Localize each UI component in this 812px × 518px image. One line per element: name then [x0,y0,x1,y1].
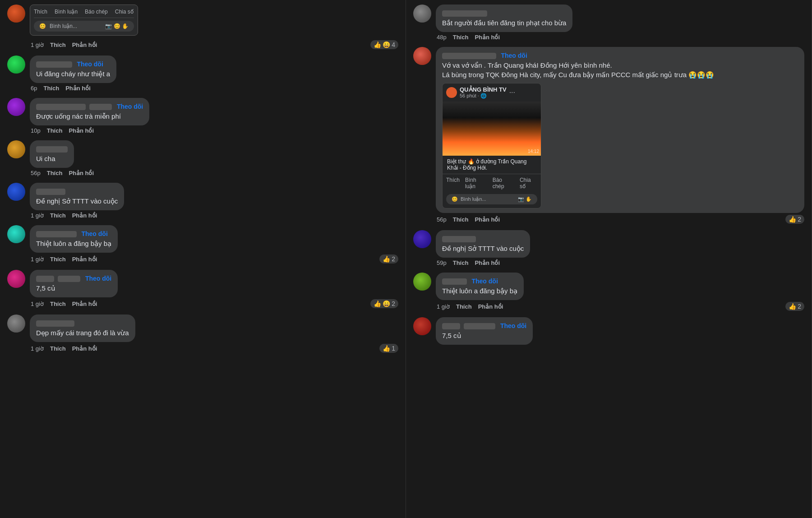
left-column: Thích Bình luận Báo chép Chia số 😊 Bình … [0,0,406,518]
comment-input[interactable]: 😊 Bình luận... 📷 😊 ✋ [34,21,134,32]
thich-action[interactable]: Thích [43,85,59,92]
theo-doi-button[interactable]: Theo dõi [471,278,498,285]
comment-time: 59p [437,259,447,266]
sc-comment-input[interactable]: 😊 Bình luận... 📷 ✋ [446,194,537,204]
sc-time: 14:12 [528,149,539,154]
theo-doi-button[interactable]: Theo dõi [117,103,143,110]
thich-action[interactable]: Thích [453,216,469,223]
reaction-badge: 👍 😄 4 [370,40,398,49]
reaction-number: 4 [392,41,395,48]
comment-time: 1 giờ [31,212,44,219]
comment-lc4: Ui cha 56p Thích Phản hồi [7,140,398,176]
phan-hoi-action[interactable]: Phản hồi [69,127,94,134]
comment-time: 1 giờ [31,345,44,352]
avatar [7,225,25,243]
phan-hoi-action[interactable]: Phản hồi [69,170,94,176]
phan-hoi-action[interactable]: Phản hồi [72,212,97,219]
reaction-number: 2 [798,216,801,223]
comment-header [442,9,566,17]
comment-text: 7,5 củ [36,283,111,293]
comment-header: Theo dõi [442,322,526,330]
comment-bubble: Bắt người đầu tiên đăng tin phạt cho bừa [436,5,572,32]
comment-content: Theo dõi 7,5 củ [436,317,804,345]
like-icon: 👍 [789,216,796,223]
sc-bao-chep: Báo chép [493,177,514,190]
comment-lc5: Đề nghị Sở TTTT vào cuộc 1 giờ Thích Phả… [7,183,398,219]
like-icon: 👍 [374,41,381,48]
reaction-badge: 👍 😄 2 [370,299,398,308]
theo-doi-button[interactable]: Theo dõi [85,275,111,282]
embedded-screenshot: QUẢNG BÌNH TV 56 phút · 🌐 ··· 14:12 Biệt… [442,83,541,208]
reaction-count: 👍 2 [379,254,398,264]
phan-hoi-action[interactable]: Phản hồi [475,259,500,266]
theo-doi-button[interactable]: Theo dõi [77,60,103,68]
phan-hoi-action[interactable]: Phản hồi [475,34,500,41]
theo-doi-button[interactable]: Theo dõi [500,322,526,329]
comment-rc2: Theo dõi Vớ va vớ vẩn . Trần Quang kháI … [413,47,804,224]
thich-action[interactable]: Thích [456,303,472,310]
thich-action[interactable]: Thích [50,345,66,352]
phan-hoi-action[interactable]: Phản hồi [475,216,500,223]
thich-action[interactable]: Thích [47,170,63,176]
comment-content: Bắt người đầu tiên đăng tin phạt cho bừa… [436,5,804,41]
username-blurred [36,146,68,153]
thich-action[interactable]: Thích [50,301,66,307]
comment-text: Dẹp mấy cái trang đó đi là vừa [36,328,129,338]
theo-doi-button[interactable]: Theo dõi [81,230,107,237]
comment-content: Thích Bình luận Báo chép Chia số 😊 Bình … [30,5,398,49]
thich-action[interactable]: Thích [453,259,469,266]
comment-content: Theo dõi Ui đăng cháy như thiệt a 6p Thí… [30,56,398,92]
thich-action[interactable]: Thích [50,212,66,219]
comment-text: Thiệt luôn a đăng bậy bạ [36,239,111,248]
phan-hoi-action[interactable]: Phản hồi [65,85,91,92]
phan-hoi-action[interactable]: Phản hồi [478,303,503,310]
reaction-count: 👍 2 [785,302,804,311]
comment-bubble: Theo dõi Vớ va vớ vẩn . Trần Quang kháI … [436,47,804,213]
username-blurred [442,236,476,242]
reaction-badge: 👍 2 [785,302,804,311]
comment-lc7: Theo dõi 7,5 củ 1 giờ Thích Phản hồi 👍 😄… [7,270,398,308]
comment-header [36,187,118,195]
comment-meta: 10p Thích Phản hồi [30,127,398,134]
phan-hoi-action[interactable]: Phản hồi [72,345,97,352]
comment-meta: 1 giờ Thích Phản hồi [30,212,398,219]
like-icon: 👍 [789,303,796,310]
phan-hoi-action[interactable]: Phản hồi [72,256,97,263]
avatar [7,140,25,158]
username-blurred [36,231,77,237]
avatar [413,273,431,291]
sc-logo-icon [446,87,457,98]
theo-doi-button[interactable]: Theo dõi [501,52,527,59]
comment-time: 56p [437,216,447,223]
toolbar-binh-luan: Bình luận [55,9,78,15]
phan-hoi-action[interactable]: Phản hồi [72,301,97,307]
right-column: Bắt người đầu tiên đăng tin phạt cho bừa… [406,0,812,518]
thich-action[interactable]: Thích [50,42,66,48]
phan-hoi-action[interactable]: Phản hồi [72,42,97,48]
comment-meta: 1 giờ Thích Phản hồi 👍 😄 4 [30,40,398,49]
comment-time: 1 giờ [31,301,44,307]
thich-action[interactable]: Thích [453,34,469,41]
comment-bubble: Theo dõi 7,5 củ [436,317,533,345]
comment-lc2: Theo dõi Ui đăng cháy như thiệt a 6p Thí… [7,56,398,92]
comment-bubble: Theo dõi Ui đăng cháy như thiệt a [30,56,116,83]
thich-action[interactable]: Thích [47,127,63,134]
username-blurred [36,104,86,110]
comment-lc3: Theo dõi Được uống nác trà miễn phí 10p … [7,98,398,134]
haha-icon: 😄 [383,300,390,307]
toolbar-thich: Thích [34,9,47,15]
thich-action[interactable]: Thích [50,256,66,263]
comment-rc4: Theo dõi Thiệt luôn a đăng bậy bạ 1 giờ … [413,273,804,311]
comment-header [442,235,524,243]
comment-time: 1 giờ [31,42,44,48]
toolbar-chia-se: Chia số [115,9,134,15]
comment-meta: 56p Thích Phản hồi 👍 2 [436,215,804,224]
comment-text: Bắt người đầu tiên đăng tin phạt cho bừa [442,18,566,28]
sc-input-icons: 📷 ✋ [518,196,532,202]
comment-rc3: Đề nghị Sở TTTT vào cuộc 59p Thích Phản … [413,230,804,266]
avatar [7,270,25,288]
avatar [413,317,431,335]
comment-meta: 59p Thích Phản hồi [436,259,804,266]
avatar [7,56,25,74]
toolbar: Thích Bình luận Báo chép Chia số [34,9,134,18]
